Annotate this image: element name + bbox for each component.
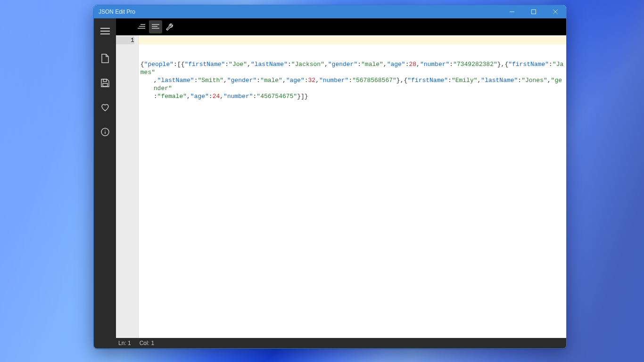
new-file-button[interactable] <box>96 50 115 66</box>
tools-button[interactable] <box>163 20 176 33</box>
maximize-button[interactable] <box>523 5 545 18</box>
line-number: 1 <box>116 36 134 44</box>
toolbar <box>116 18 566 35</box>
svg-rect-1 <box>532 10 536 14</box>
main-area: 1 {"people":[{"firstName":"Joe","lastNam… <box>116 18 566 338</box>
minimize-button[interactable] <box>501 5 523 18</box>
close-button[interactable] <box>545 5 566 18</box>
current-line-highlight <box>139 36 566 44</box>
wrench-icon <box>166 23 173 31</box>
editor[interactable]: 1 {"people":[{"firstName":"Joe","lastNam… <box>116 35 566 338</box>
hamburger-menu-icon <box>100 28 110 34</box>
align-left-icon <box>152 24 159 30</box>
info-icon <box>101 128 109 136</box>
svg-point-11 <box>105 130 106 131</box>
statusbar: Ln: 1 Col: 1 <box>94 338 566 348</box>
svg-rect-8 <box>103 79 107 82</box>
window-title: JSON Edit Pro <box>94 8 501 15</box>
titlebar[interactable]: JSON Edit Pro <box>94 5 566 18</box>
hamburger-menu-button[interactable] <box>96 23 115 39</box>
window-controls <box>501 5 566 18</box>
favorite-button[interactable] <box>96 99 115 115</box>
maximize-icon <box>531 9 536 14</box>
code-content: {"people":[{"firstName":"Joe","lastName"… <box>140 60 564 100</box>
gutter: 1 <box>116 35 139 338</box>
close-icon <box>553 9 558 14</box>
favorite-icon <box>101 104 109 111</box>
new-file-icon <box>101 54 109 63</box>
status-col: Col: 1 <box>140 340 154 346</box>
align-left-button[interactable] <box>149 20 162 33</box>
code-area[interactable]: {"people":[{"firstName":"Joe","lastName"… <box>139 35 566 338</box>
indent-right-icon <box>138 24 145 30</box>
indent-right-button[interactable] <box>135 20 148 33</box>
save-icon <box>101 79 109 87</box>
minimize-icon <box>510 9 514 14</box>
info-button[interactable] <box>96 124 115 140</box>
svg-rect-7 <box>103 83 107 86</box>
client-area: 1 {"people":[{"firstName":"Joe","lastNam… <box>94 18 566 348</box>
sidebar <box>94 18 116 338</box>
save-button[interactable] <box>96 75 115 91</box>
status-line: Ln: 1 <box>118 340 131 346</box>
app-window: JSON Edit Pro <box>93 5 567 349</box>
